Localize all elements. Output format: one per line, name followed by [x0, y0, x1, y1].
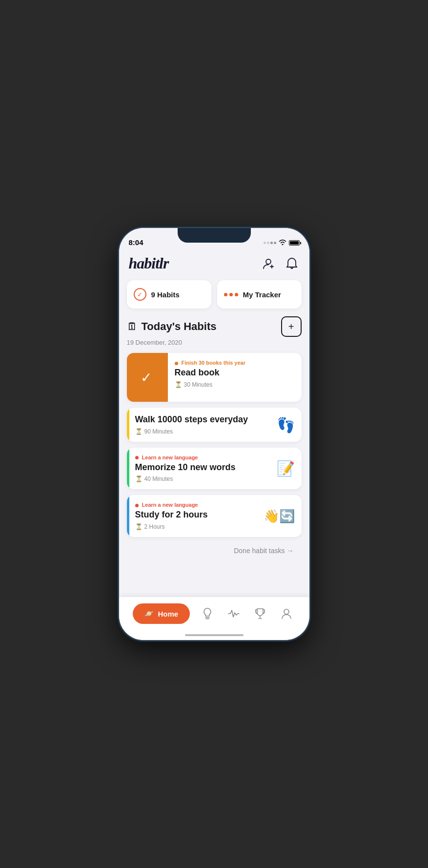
habit-2-emoji: 👣: [277, 416, 295, 433]
habit-2-name: Walk 10000 steps everyday: [135, 414, 295, 425]
habit-3-duration: ⏳ 40 Minutes: [135, 475, 295, 482]
timer-icon-3: ⏳: [135, 475, 143, 482]
habits-count-label: 9 Habits: [151, 290, 180, 299]
signal-dots: [264, 242, 276, 244]
tracker-card[interactable]: My Tracker: [217, 280, 302, 309]
plus-icon: +: [288, 321, 294, 332]
habit-1-duration: ⏳ 30 Minutes: [175, 381, 295, 388]
tracker-dots-icon: [224, 293, 238, 296]
header-icons: [261, 256, 300, 271]
check-circle-icon: ✓: [134, 288, 146, 301]
habit-4-goal: Learn a new language: [135, 502, 295, 508]
timer-icon-2: ⏳: [135, 428, 143, 435]
home-nav-button[interactable]: 🪐 Home: [133, 603, 190, 624]
habits-section: 🗓 Today's Habits + 19 December, 2020 ✓: [119, 316, 309, 562]
arrow-right-icon: →: [287, 547, 294, 555]
add-friend-button[interactable]: [261, 256, 276, 271]
status-time: 8:04: [129, 238, 143, 247]
header: habitlr: [119, 249, 309, 280]
wifi-icon: [279, 239, 286, 247]
ideas-nav-button[interactable]: [199, 605, 216, 622]
app-logo: habitlr: [129, 254, 169, 272]
check-panel: ✓: [127, 353, 166, 402]
habit-card-3[interactable]: Learn a new language Memorize 10 new wor…: [127, 448, 302, 490]
habit-2-duration: ⏳ 90 Minutes: [135, 428, 295, 435]
calendar-emoji: 🗓: [127, 320, 138, 333]
home-label: Home: [158, 610, 178, 618]
add-habit-button[interactable]: +: [281, 316, 302, 337]
checkmark-icon: ✓: [141, 370, 152, 386]
habit-card-1[interactable]: ✓ Finish 30 books this year Read book ⏳ …: [127, 353, 302, 402]
habit-3-emoji: 📝: [277, 460, 295, 477]
habits-date: 19 December, 2020: [127, 339, 302, 346]
activity-nav-button[interactable]: [225, 605, 243, 622]
habit-4-duration: ⏳ 2 Hours: [135, 523, 295, 530]
profile-nav-button[interactable]: [278, 605, 295, 622]
screen-content: habitlr: [119, 249, 309, 640]
bottom-nav: 🪐 Home: [119, 597, 309, 640]
tracker-label: My Tracker: [243, 290, 281, 299]
home-emoji: 🪐: [144, 609, 154, 618]
svg-point-0: [266, 259, 271, 264]
habits-title-row: 🗓 Today's Habits: [127, 320, 217, 333]
habit-card-4[interactable]: Learn a new language Study for 2 hours ⏳…: [127, 495, 302, 537]
habit-2-content: Walk 10000 steps everyday ⏳ 90 Minutes 👣: [129, 408, 302, 442]
battery-icon: [289, 240, 300, 246]
habits-count-card[interactable]: ✓ 9 Habits: [127, 280, 211, 309]
habit-1-name: Read book: [175, 368, 295, 378]
svg-point-1: [284, 609, 289, 614]
home-indicator: [185, 634, 244, 636]
trophy-nav-button[interactable]: [251, 605, 269, 622]
timer-icon-4: ⏳: [135, 523, 143, 530]
habit-1-goal: Finish 30 books this year: [175, 360, 295, 366]
habit-3-content: Learn a new language Memorize 10 new wor…: [129, 448, 302, 490]
habit-3-name: Memorize 10 new words: [135, 462, 295, 473]
habits-header: 🗓 Today's Habits +: [127, 316, 302, 337]
habit-card-2[interactable]: Walk 10000 steps everyday ⏳ 90 Minutes 👣: [127, 408, 302, 442]
habits-title: Today's Habits: [142, 320, 217, 333]
notifications-button[interactable]: [284, 256, 300, 271]
habit-3-goal: Learn a new language: [135, 455, 295, 460]
done-link[interactable]: Done habit tasks →: [127, 543, 302, 562]
timer-icon: ⏳: [175, 381, 182, 388]
status-icons: [264, 239, 300, 247]
habit-4-emoji: 👋🔄: [264, 508, 295, 523]
quick-stats: ✓ 9 Habits My Tracker: [119, 280, 309, 316]
habit-card-1-body: Finish 30 books this year Read book ⏳ 30…: [166, 353, 302, 402]
habit-4-content: Learn a new language Study for 2 hours ⏳…: [129, 495, 302, 537]
